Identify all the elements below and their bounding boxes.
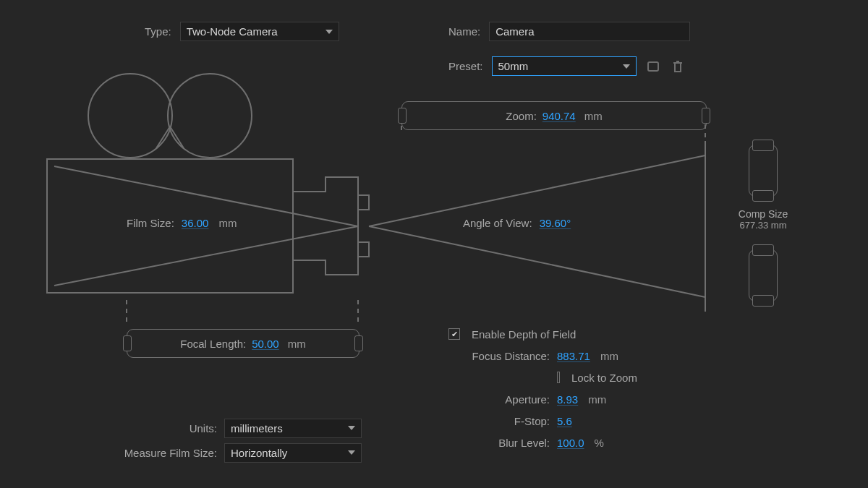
svg-rect-0 — [648, 62, 658, 71]
film-size-unit: mm — [218, 217, 237, 229]
film-size-label: Film Size: — [127, 217, 174, 229]
preset-delete-icon[interactable] — [670, 59, 686, 74]
type-row: Type: Two-Node Camera — [145, 22, 339, 41]
film-size-field: Film Size: 36.00 mm — [127, 217, 237, 229]
focal-length-unit: mm — [288, 338, 306, 350]
enable-dof-checkbox[interactable] — [448, 328, 460, 340]
zoom-field: Zoom: 940.74 mm — [401, 101, 707, 130]
measure-film-size-row: Measure Film Size: Horizontally — [94, 440, 398, 465]
blur-label: Blur Level: — [427, 437, 550, 449]
angle-of-view-field: Angle of View: 39.60 — [463, 217, 571, 229]
svg-point-2 — [88, 74, 172, 158]
units-select-wrap: millimeters — [224, 419, 362, 438]
blur-value[interactable]: 100.0 — [557, 437, 584, 449]
preset-select[interactable]: 50mm — [492, 56, 637, 76]
units-row: Units: millimeters — [94, 416, 398, 440]
comp-size-field: Comp Size 677.33 mm — [727, 208, 799, 231]
enable-dof-label: Enable Depth of Field — [472, 328, 694, 341]
name-label: Name: — [448, 25, 480, 38]
comp-size-value: 677.33 mm — [727, 220, 799, 231]
enable-dof-row[interactable]: Enable Depth of Field — [427, 323, 694, 345]
blur-level-row: Blur Level: 100.0 % — [427, 432, 694, 453]
comp-size-top-bracket — [749, 145, 778, 197]
preset-label: Preset: — [448, 60, 483, 72]
name-input[interactable] — [489, 22, 690, 41]
svg-line-5 — [54, 226, 358, 286]
svg-point-3 — [168, 74, 252, 158]
measure-select-wrap: Horizontally — [224, 443, 362, 463]
focus-distance-value[interactable]: 883.71 — [557, 350, 590, 362]
fstop-row: F-Stop: 5.6 — [427, 410, 694, 432]
focus-distance-label: Focus Distance: — [427, 350, 550, 362]
camera-settings-panel: Type: Two-Node Camera Name: Preset: 50mm — [0, 0, 868, 488]
lock-to-zoom-checkbox[interactable] — [557, 372, 560, 383]
type-select[interactable]: Two-Node Camera — [180, 22, 339, 41]
focus-distance-row: Focus Distance: 883.71 mm — [427, 345, 694, 367]
measure-select[interactable]: Horizontally — [224, 443, 362, 463]
fstop-label: F-Stop: — [427, 415, 550, 427]
lock-to-zoom-label: Lock to Zoom — [571, 372, 694, 384]
units-label: Units: — [94, 422, 217, 435]
aperture-value[interactable]: 8.93 — [557, 393, 578, 406]
focal-length-value[interactable]: 50.00 — [252, 338, 279, 350]
focal-length-field: Focal Length: 50.00 mm — [127, 329, 359, 358]
zoom-value[interactable]: 940.74 — [542, 110, 576, 122]
preset-select-wrap: 50mm — [492, 56, 637, 76]
units-group: Units: millimeters Measure Film Size: Ho… — [94, 416, 398, 465]
fstop-value[interactable]: 5.6 — [557, 415, 572, 427]
preset-link-icon[interactable] — [645, 59, 661, 74]
zoom-unit: mm — [584, 110, 603, 122]
svg-line-6 — [369, 155, 705, 226]
aperture-unit: mm — [588, 393, 606, 406]
type-label: Type: — [145, 25, 171, 38]
type-select-wrap: Two-Node Camera — [180, 22, 339, 41]
comp-size-label: Comp Size — [727, 208, 799, 220]
depth-of-field-group: Enable Depth of Field Focus Distance: 88… — [427, 323, 694, 453]
zoom-label: Zoom: — [506, 110, 537, 122]
blur-unit: % — [595, 437, 604, 449]
measure-label: Measure Film Size: — [94, 447, 217, 459]
preset-row: Preset: 50mm — [448, 56, 686, 76]
lock-to-zoom-row[interactable]: Lock to Zoom — [427, 367, 694, 388]
focal-length-label: Focal Length: — [180, 338, 246, 350]
aperture-label: Aperture: — [427, 393, 550, 406]
film-size-value[interactable]: 36.00 — [182, 217, 209, 229]
aperture-row: Aperture: 8.93 mm — [427, 388, 694, 410]
svg-line-7 — [369, 226, 705, 297]
units-select[interactable]: millimeters — [224, 419, 362, 438]
aov-label: Angle of View: — [463, 217, 532, 229]
focus-distance-unit: mm — [600, 350, 618, 362]
aov-value[interactable]: 39.60 — [540, 217, 571, 229]
name-row: Name: — [448, 22, 690, 41]
comp-size-bottom-bracket — [749, 249, 778, 301]
